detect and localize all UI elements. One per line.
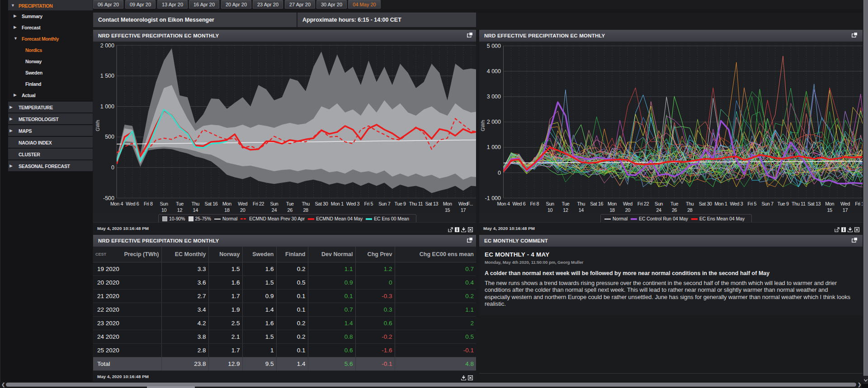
svg-text:15: 15 [445,207,450,213]
svg-text:Mon 4: Mon 4 [110,201,123,206]
svg-text:Thu: Thu [577,201,585,206]
svg-text:Thu 11: Thu 11 [792,201,806,206]
svg-text:0: 0 [498,170,501,176]
svg-text:18: 18 [224,207,230,213]
svg-text:18: 18 [609,207,615,213]
svg-text:Mon 1: Mon 1 [331,201,344,206]
svg-text:Sun 7: Sun 7 [761,201,774,206]
svg-text:Fri 8: Fri 8 [144,201,153,206]
svg-text:Wed 6: Wed 6 [512,201,525,206]
svg-text:-1 000: -1 000 [485,195,501,201]
svg-text:Sat 13: Sat 13 [807,201,821,206]
svg-text:Thu: Thu [302,201,310,206]
svg-text:Wed 6: Wed 6 [126,201,139,206]
svg-text:Thu 11: Thu 11 [409,201,423,206]
svg-text:0: 0 [111,164,114,171]
svg-text:Sun 7: Sun 7 [378,201,391,206]
svg-text:17: 17 [843,207,848,213]
svg-text:Tue: Tue [561,201,569,206]
svg-text:Mon: Mon [825,201,834,206]
svg-text:GWh: GWh [95,120,100,131]
svg-text:Sat 16: Sat 16 [205,201,218,206]
svg-text:Fri 5: Fri 5 [747,201,756,206]
svg-text:12: 12 [563,207,568,213]
svg-text:Mon 1: Mon 1 [714,201,727,206]
svg-text:Mon: Mon [443,201,452,206]
svg-text:2 000: 2 000 [487,119,501,125]
svg-text:Wed 3: Wed 3 [346,201,359,206]
svg-text:-500: -500 [103,195,114,201]
svg-text:Wed: Wed [238,201,247,206]
svg-text:26: 26 [672,207,677,213]
svg-text:Mon: Mon [222,201,231,206]
svg-text:14: 14 [579,207,584,213]
svg-text:24: 24 [272,207,277,213]
svg-text:Fri 8: Fri 8 [530,201,539,206]
svg-text:Sat 16: Sat 16 [590,201,603,206]
svg-text:Sun: Sun [270,201,278,206]
svg-text:GWh: GWh [480,120,486,131]
svg-text:Mon 4: Mon 4 [497,201,509,206]
svg-text:Wed: Wed [458,201,468,206]
svg-text:14: 14 [193,207,198,213]
svg-text:F...: F... [467,201,473,206]
svg-text:Tue 9: Tue 9 [394,201,406,206]
svg-text:Tue: Tue [670,201,678,206]
svg-text:500: 500 [105,134,114,140]
svg-text:Wed: Wed [623,201,632,206]
svg-text:20: 20 [625,207,631,213]
svg-text:Sat 30: Sat 30 [699,201,712,206]
svg-text:Tue: Tue [286,201,294,206]
svg-text:Wed: Wed [840,201,850,206]
svg-text:Sun: Sun [160,201,168,206]
svg-text:28: 28 [687,207,693,213]
svg-text:10: 10 [161,207,167,213]
svg-text:Sat 30: Sat 30 [315,201,328,206]
svg-text:28: 28 [303,207,308,213]
svg-text:Thu: Thu [686,201,694,206]
svg-text:1 000: 1 000 [487,144,501,150]
svg-text:Fri 5: Fri 5 [364,201,373,206]
svg-text:20: 20 [240,207,245,213]
svg-text:Fri 22: Fri 22 [637,201,649,206]
svg-text:1 000: 1 000 [100,103,114,110]
svg-text:Tue: Tue [176,201,184,206]
svg-text:Sat 13: Sat 13 [425,201,438,206]
svg-text:Fri 22: Fri 22 [253,201,264,206]
svg-text:15: 15 [827,207,832,213]
svg-text:4 000: 4 000 [487,68,501,75]
svg-text:Sun: Sun [655,201,663,206]
svg-text:5 000: 5 000 [487,43,501,49]
svg-text:17: 17 [461,207,466,213]
svg-text:1 500: 1 500 [100,73,114,79]
svg-text:Wed 3: Wed 3 [730,201,743,206]
svg-text:12: 12 [177,207,183,213]
svg-text:26: 26 [288,207,293,213]
svg-text:24: 24 [656,207,661,213]
svg-text:3 000: 3 000 [487,93,501,100]
svg-text:Sun: Sun [546,201,554,206]
svg-text:Mon: Mon [608,201,617,206]
svg-text:2 000: 2 000 [100,42,114,49]
svg-text:Tue 9: Tue 9 [777,201,789,206]
svg-text:10: 10 [547,207,553,213]
svg-text:Thu: Thu [191,201,199,206]
svg-text:Fri 19: Fri 19 [855,201,863,206]
